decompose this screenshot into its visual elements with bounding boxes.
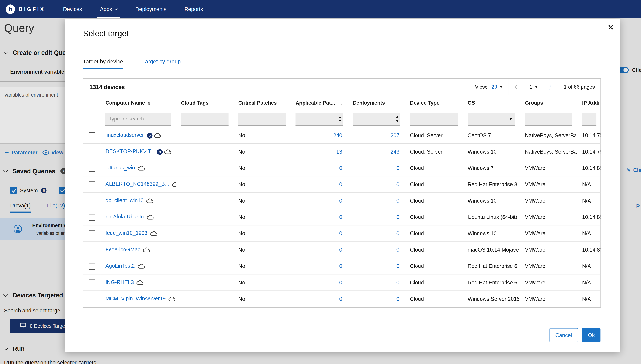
modal-title: Select target	[83, 29, 129, 38]
filter-input-ip[interactable]	[582, 113, 596, 126]
column-header-deployments[interactable]: Deployments	[348, 95, 405, 111]
column-header-applicable_patches[interactable]: Applicable Pat...↓	[291, 95, 348, 111]
row-checkbox[interactable]	[89, 279, 95, 286]
cell-applicable-patches: 0	[291, 274, 348, 290]
row-checkbox[interactable]	[89, 214, 95, 220]
computer-name-link[interactable]: bn-Alola-Ubuntu	[106, 214, 144, 220]
page-size-select[interactable]: 20 ▾	[487, 79, 508, 95]
computer-name-link[interactable]: fede_win10_1903	[106, 230, 148, 236]
critical-patches-value: No	[238, 214, 245, 220]
deployments-link[interactable]: 0	[396, 247, 399, 253]
number-stepper[interactable]: ▴▾	[396, 114, 398, 123]
filter-input-applicable_patches[interactable]	[296, 113, 343, 126]
applicable-patches-link[interactable]: 0	[339, 296, 342, 302]
filter-cell-os: ▾	[463, 111, 520, 127]
cancel-button[interactable]: Cancel	[549, 328, 578, 342]
tab-target-by-group[interactable]: Target by group	[142, 58, 181, 69]
devices-table: 1314 devices View: 20 ▾ 1 ▾ 1 of 66 page…	[83, 78, 601, 308]
nav-item-devices[interactable]: Devices	[54, 0, 91, 18]
applicable-patches-link[interactable]: 0	[339, 279, 342, 286]
number-stepper[interactable]: ▴▾	[339, 114, 341, 123]
filter-input-os[interactable]	[468, 113, 515, 126]
deployments-link[interactable]: 207	[391, 132, 399, 138]
filter-input-name[interactable]	[106, 113, 171, 126]
applicable-patches-link[interactable]: 0	[339, 230, 342, 236]
sort-desc-icon[interactable]: ↓	[340, 100, 343, 106]
page-number-select[interactable]: 1 ▾	[525, 79, 541, 95]
deployments-link[interactable]: 0	[396, 296, 399, 302]
applicable-patches-link[interactable]: 0	[339, 198, 342, 204]
deployments-link[interactable]: 243	[391, 149, 399, 155]
tab-target-by-device[interactable]: Target by device	[83, 58, 123, 69]
filter-input-cloud_tags[interactable]	[181, 113, 228, 126]
filter-input-deployments[interactable]	[353, 113, 400, 126]
chevron-down-icon[interactable]: ▾	[510, 116, 512, 122]
row-checkbox[interactable]	[89, 148, 95, 155]
column-header-critical_patches[interactable]: Critical Patches	[234, 95, 291, 111]
applicable-patches-link[interactable]: 0	[339, 247, 342, 253]
nav-item-deployments[interactable]: Deployments	[127, 0, 176, 18]
header-row: Computer Name↑↓Cloud TagsCritical Patche…	[84, 95, 601, 111]
filter-input-groups[interactable]	[525, 113, 572, 126]
computer-name-link[interactable]: FedericoGMac	[106, 246, 140, 252]
row-checkbox[interactable]	[89, 246, 95, 253]
ok-button[interactable]: Ok	[582, 328, 601, 342]
deployments-link[interactable]: 0	[396, 214, 399, 220]
computer-name-link[interactable]: dp_client_win10	[106, 197, 144, 204]
cell-computer-name: dp_client_win10	[101, 192, 176, 209]
applicable-patches-link[interactable]: 0	[339, 181, 342, 188]
applicable-patches-link[interactable]: 0	[339, 165, 342, 171]
nav-item-apps[interactable]: Apps	[91, 0, 127, 18]
computer-name-link[interactable]: linuxcloudserver	[106, 132, 144, 138]
applicable-patches-link[interactable]: 13	[336, 149, 342, 155]
applicable-patches-link[interactable]: 240	[333, 132, 342, 138]
deployments-link[interactable]: 0	[396, 230, 399, 236]
nav-item-label: Deployments	[135, 6, 166, 12]
column-header-ip[interactable]: IP Addr	[577, 95, 601, 111]
sort-icon[interactable]: ↑↓	[147, 101, 150, 105]
row-checkbox[interactable]	[89, 230, 95, 237]
row-checkbox[interactable]	[89, 181, 95, 188]
computer-name-link[interactable]: lattanas_win	[106, 164, 135, 171]
select-all-checkbox[interactable]	[89, 100, 95, 106]
cell-applicable-patches: 0	[291, 209, 348, 225]
computer-name-link[interactable]: ING-RHEL3	[106, 279, 134, 285]
row-checkbox[interactable]	[89, 296, 95, 302]
cell-deployments: 0	[348, 209, 405, 225]
device-type-value: Cloud	[410, 214, 424, 220]
computer-name-link[interactable]: AgoLinTest2	[106, 262, 135, 269]
deployments-link[interactable]: 0	[396, 263, 399, 269]
computer-name-link[interactable]: ALBERTO_NC148399_B...	[106, 181, 169, 187]
row-checkbox[interactable]	[89, 165, 95, 172]
cell-critical-patches: No	[234, 274, 291, 290]
column-header-groups[interactable]: Groups	[520, 95, 577, 111]
deployments-link[interactable]: 0	[396, 279, 399, 286]
cell-computer-name: DESKTOP-PKIC4TLb	[101, 144, 176, 160]
row-checkbox[interactable]	[89, 198, 95, 204]
computer-name-link[interactable]: DESKTOP-PKIC4TL	[106, 148, 154, 154]
applicable-patches-link[interactable]: 0	[339, 263, 342, 269]
deployments-link[interactable]: 0	[396, 165, 399, 171]
deployments-link[interactable]: 0	[396, 198, 399, 204]
previous-page-button[interactable]	[509, 79, 525, 95]
cell-ip: N/A	[577, 176, 601, 192]
column-header-device_type[interactable]: Device Type	[405, 95, 463, 111]
column-header-cloud_tags[interactable]: Cloud Tags	[176, 95, 234, 111]
deployments-link[interactable]: 0	[396, 181, 399, 188]
cell-deployments: 0	[348, 274, 405, 290]
column-header-os[interactable]: OS	[463, 95, 520, 111]
os-value: Windows 7	[468, 165, 493, 171]
row-checkbox[interactable]	[89, 132, 95, 139]
filter-input-device_type[interactable]	[410, 113, 458, 126]
next-page-button[interactable]	[541, 79, 558, 95]
nav-item-label: Devices	[63, 6, 82, 12]
close-icon[interactable]: ×	[607, 22, 614, 33]
computer-name-link[interactable]: MCM_Vipin_Winserver19	[106, 295, 166, 302]
bigfix-logo[interactable]: b BIGFIX	[0, 0, 51, 18]
filter-input-critical_patches[interactable]	[238, 113, 286, 126]
applicable-patches-link[interactable]: 0	[339, 214, 342, 220]
row-checkbox[interactable]	[89, 263, 95, 270]
column-header-name[interactable]: Computer Name↑↓	[101, 95, 176, 111]
nav-item-reports[interactable]: Reports	[175, 0, 212, 18]
critical-patches-value: No	[238, 165, 245, 171]
